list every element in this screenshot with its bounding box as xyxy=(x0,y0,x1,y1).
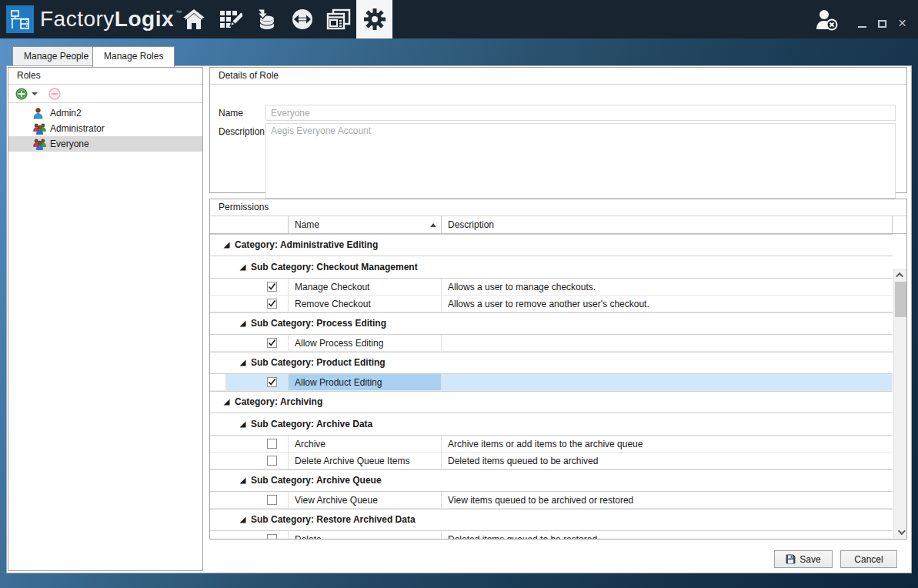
grid-header-corner xyxy=(893,216,906,233)
permission-row[interactable]: Delete Archive Queue Items Deleted items… xyxy=(210,453,893,469)
permission-description-cell: Allows a user to remove another user's c… xyxy=(442,296,893,312)
permissions-panel: Permissions Name Description Category: A… xyxy=(209,199,907,540)
remove-role-button[interactable] xyxy=(48,88,61,100)
role-list-item[interactable]: Admin2 xyxy=(8,105,202,121)
permission-checkbox-cell xyxy=(225,531,289,539)
row-indent xyxy=(210,531,225,539)
permission-checkbox-cell xyxy=(225,279,289,295)
collapse-expander-icon[interactable] xyxy=(239,421,246,428)
cancel-button[interactable]: Cancel xyxy=(840,550,897,568)
permission-group-row[interactable]: Sub Category: Product Editing xyxy=(210,352,893,374)
checkmark-icon xyxy=(268,339,276,347)
database-import-icon[interactable] xyxy=(248,0,284,38)
permission-name-cell: Allow Product Editing xyxy=(289,374,442,390)
documents-icon[interactable] xyxy=(320,0,356,38)
sort-ascending-icon xyxy=(430,223,436,227)
add-role-dropdown-caret[interactable] xyxy=(32,92,38,95)
permission-checkbox-cell xyxy=(225,436,289,452)
scrollbar-thumb[interactable] xyxy=(895,282,906,317)
collapse-expander-icon[interactable] xyxy=(239,264,246,271)
permission-checkbox[interactable] xyxy=(267,338,277,348)
name-label: Name xyxy=(219,108,243,119)
row-indent xyxy=(210,296,225,312)
vertical-scrollbar[interactable] xyxy=(893,269,906,538)
factorylogix-logo-icon xyxy=(6,5,34,33)
role-list-item[interactable]: Administrator xyxy=(8,121,202,136)
checkmark-icon xyxy=(268,299,276,308)
settings-gear-icon[interactable] xyxy=(356,0,392,38)
permission-row[interactable]: Remove Checkout Allows a user to remove … xyxy=(210,296,893,312)
permission-row[interactable]: Delete Deleted items queued to be restor… xyxy=(210,531,893,539)
npi-grid-pencil-icon[interactable] xyxy=(212,0,248,38)
permission-group-row[interactable]: Sub Category: Archive Data xyxy=(210,413,893,436)
permission-name-cell: View Archive Queue xyxy=(289,492,442,508)
home-icon[interactable] xyxy=(175,0,212,38)
permissions-grid-header: Name Description xyxy=(210,216,906,234)
close-button[interactable]: ✕ xyxy=(897,18,907,28)
column-header-name[interactable]: Name xyxy=(289,216,442,233)
role-name: Administrator xyxy=(50,123,105,134)
user-disconnected-icon[interactable] xyxy=(814,9,840,33)
collapse-expander-icon[interactable] xyxy=(239,359,246,366)
add-role-button[interactable] xyxy=(15,88,38,100)
permission-checkbox[interactable] xyxy=(267,439,277,449)
role-name-field[interactable] xyxy=(265,105,896,121)
permission-description-cell: Archive items or add items to the archiv… xyxy=(442,436,893,452)
column-header-description[interactable]: Description xyxy=(442,216,893,233)
role-description-field[interactable]: Aegis Everyone Account xyxy=(265,123,896,199)
role-name: Admin2 xyxy=(50,108,82,119)
row-indent xyxy=(210,453,225,469)
minimize-button[interactable] xyxy=(857,18,867,28)
save-button[interactable]: Save xyxy=(774,550,833,568)
permission-checkbox[interactable] xyxy=(267,456,277,466)
permission-group-row[interactable]: Sub Category: Restore Archived Data xyxy=(210,509,893,531)
save-button-label: Save xyxy=(799,554,820,565)
role-type-icon xyxy=(33,108,46,119)
permission-description-cell: Deleted items queued to be archived xyxy=(442,453,893,469)
permission-checkbox[interactable] xyxy=(267,282,277,292)
permission-row[interactable]: View Archive Queue View items queued to … xyxy=(210,492,893,509)
details-panel-title: Details of Role xyxy=(210,68,906,85)
group-label: Sub Category: Archive Queue xyxy=(251,470,382,491)
tab-manage-people[interactable]: Manage People xyxy=(12,46,100,65)
collapse-expander-icon[interactable] xyxy=(223,242,230,249)
permission-checkbox[interactable] xyxy=(267,495,277,505)
permissions-panel-title: Permissions xyxy=(210,199,906,216)
permission-group-row[interactable]: Sub Category: Process Editing xyxy=(210,312,893,335)
row-indent xyxy=(210,374,225,390)
maximize-button[interactable] xyxy=(877,18,887,28)
checkmark-icon xyxy=(268,282,276,291)
main-navigation xyxy=(175,0,392,38)
scrollbar-down-arrow-icon[interactable] xyxy=(894,526,906,538)
content-area: Roles xyxy=(6,65,912,573)
sync-icon[interactable] xyxy=(284,0,320,38)
collapse-expander-icon[interactable] xyxy=(223,399,230,406)
permission-group-row[interactable]: Category: Administrative Editing xyxy=(210,234,893,256)
permission-group-row[interactable]: Category: Archiving xyxy=(210,391,893,413)
permission-group-row[interactable]: Sub Category: Checkout Management xyxy=(210,256,893,279)
permission-row[interactable]: Archive Archive items or add items to th… xyxy=(210,436,893,453)
column-header-checkbox[interactable] xyxy=(210,216,289,233)
collapse-expander-icon[interactable] xyxy=(239,516,246,523)
permission-checkbox-cell xyxy=(225,374,289,390)
save-floppy-icon xyxy=(786,554,796,564)
collapse-expander-icon[interactable] xyxy=(239,477,246,484)
permission-row[interactable]: Allow Product Editing xyxy=(210,374,893,391)
checkmark-icon xyxy=(268,378,276,386)
permission-name-cell: Remove Checkout xyxy=(289,296,442,312)
collapse-expander-icon[interactable] xyxy=(239,320,246,327)
permission-row[interactable]: Manage Checkout Allows a user to manage … xyxy=(210,279,893,296)
scrollbar-up-arrow-icon[interactable] xyxy=(894,269,906,281)
details-of-role-panel: Details of Role Name Description Aegis E… xyxy=(209,67,907,193)
permission-checkbox[interactable] xyxy=(267,377,277,387)
tab-manage-roles[interactable]: Manage Roles xyxy=(92,46,175,67)
role-list-item[interactable]: Everyone xyxy=(8,136,202,152)
group-label: Sub Category: Product Editing xyxy=(251,352,386,373)
permission-checkbox[interactable] xyxy=(267,534,277,539)
permission-checkbox[interactable] xyxy=(267,299,277,309)
permission-row[interactable]: Allow Process Editing xyxy=(210,335,893,352)
group-label: Sub Category: Restore Archived Data xyxy=(251,509,416,530)
permission-group-row[interactable]: Sub Category: Archive Queue xyxy=(210,469,893,492)
app-window: FactoryLogix™ xyxy=(0,0,918,588)
row-indent xyxy=(210,279,225,295)
